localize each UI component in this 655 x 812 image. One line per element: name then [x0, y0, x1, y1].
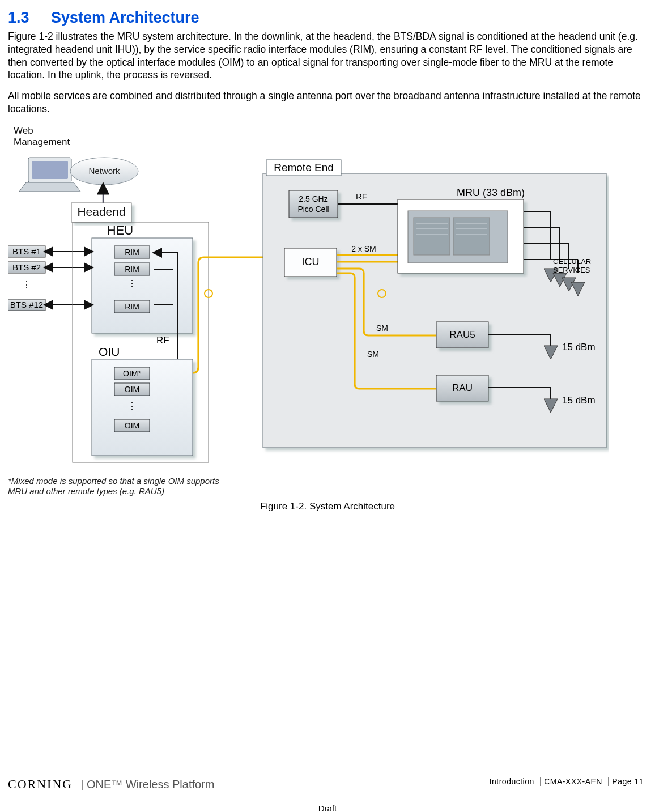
svg-text:⋮: ⋮ — [127, 401, 137, 411]
paragraph-2: All mobile services are combined and dis… — [8, 90, 647, 116]
svg-rect-1 — [32, 161, 68, 179]
rf-bus-label: RF — [156, 335, 169, 346]
rau5-label: RAU5 — [449, 329, 475, 340]
db15-label-b: 15 dBm — [562, 395, 596, 406]
db15-label-a: 15 dBm — [562, 342, 596, 352]
bts12-label: BTS #12 — [10, 300, 43, 309]
svg-marker-2 — [19, 182, 80, 192]
rim-label-3: RIM — [125, 302, 139, 311]
bts-group: BTS #1 BTS #2 ⋮ BTS #12 — [8, 246, 92, 311]
section-title: System Architecture — [51, 9, 199, 26]
remote-end-label: Remote End — [274, 161, 334, 173]
network-label: Network — [88, 166, 120, 176]
footnote-line2: MRU and other remote types (e.g. RAU5) — [8, 486, 164, 496]
oim-label-2: OIM — [125, 385, 139, 394]
footnote-line1: *Mixed mode is supported so that a singl… — [8, 476, 219, 486]
icu-label: ICU — [302, 256, 320, 267]
bts1-label: BTS #1 — [12, 246, 41, 256]
figure-caption: Figure 1-2. System Architecture — [8, 500, 647, 513]
rim-label-2: RIM — [125, 265, 139, 274]
cellular-label1: CELLULAR — [553, 257, 591, 266]
cellular-label2: SERVICES — [553, 266, 590, 274]
rf-label: RF — [356, 192, 367, 201]
oiu-label: OIU — [99, 345, 120, 358]
rau-label: RAU — [452, 382, 473, 393]
mru-label: MRU (33 dBm) — [457, 187, 525, 198]
headend-label: Headend — [77, 205, 125, 218]
sm-label-2: SM — [367, 350, 379, 359]
pico-label1: 2.5 GHz — [299, 194, 328, 203]
web-mgmt-label: Web — [14, 125, 33, 136]
web-mgmt-label2: Management — [14, 137, 70, 147]
rim-label-1: RIM — [125, 248, 139, 257]
figure-wrapper: Web Management Network Headend HEU RIM R… — [8, 124, 647, 513]
svg-text:⋮: ⋮ — [22, 280, 31, 290]
twosm-label: 2 x SM — [351, 244, 376, 253]
oim-label-3: OIM — [125, 421, 139, 430]
paragraph-1: Figure 1-2 illustrates the MRU system ar… — [8, 30, 647, 82]
sm-label-1: SM — [376, 324, 388, 333]
svg-text:⋮: ⋮ — [127, 279, 137, 288]
figure-footnote: *Mixed mode is supported so that a singl… — [8, 476, 647, 498]
bts2-label: BTS #2 — [12, 262, 41, 272]
oim-label-1: OIM* — [123, 369, 141, 378]
mru-photo-icon — [408, 211, 508, 263]
network-cloud-icon: Network — [70, 158, 138, 185]
pico-label2: Pico Cell — [297, 205, 329, 214]
system-architecture-diagram: Web Management Network Headend HEU RIM R… — [8, 124, 609, 475]
section-heading: 1.3System Architecture — [8, 8, 647, 28]
heu-label: HEU — [107, 223, 133, 237]
section-number: 1.3 — [8, 8, 51, 28]
